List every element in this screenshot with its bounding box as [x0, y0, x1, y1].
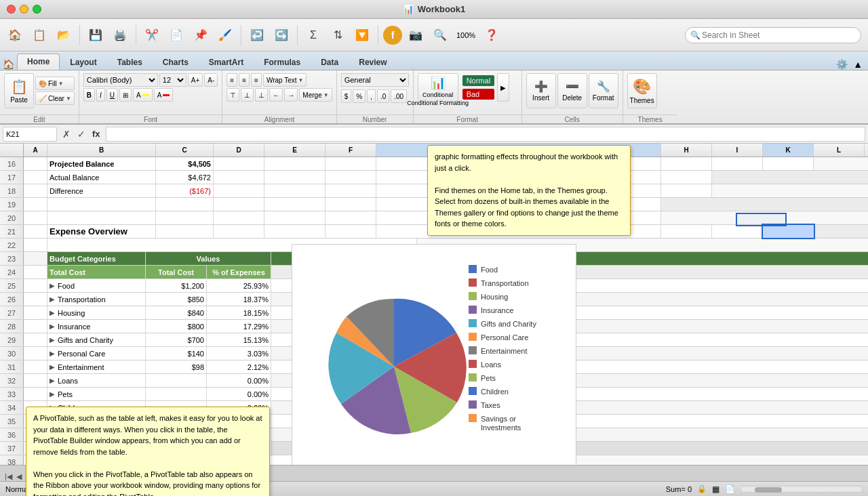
cell-C25[interactable]: $1,200 — [146, 279, 207, 292]
cell-A18[interactable] — [24, 184, 47, 197]
font-size-select[interactable]: 12 — [159, 73, 186, 87]
col-header-K[interactable]: K — [763, 144, 814, 157]
cell-B31[interactable]: ▶Entertainment — [47, 360, 146, 373]
wrap-text-btn[interactable]: Wrap Text ▼ — [263, 73, 307, 87]
cell-A33[interactable] — [24, 388, 47, 400]
cell-D16[interactable] — [214, 157, 264, 170]
borders-btn[interactable]: ⊞ — [119, 88, 132, 102]
cell-C21[interactable] — [156, 225, 214, 238]
horizontal-scrollbar[interactable] — [741, 486, 863, 493]
cell-A31[interactable] — [24, 360, 47, 373]
cell-K21[interactable] — [763, 225, 814, 238]
cell-B19[interactable] — [47, 198, 156, 211]
page-layout-btn[interactable]: 📄 — [725, 484, 735, 494]
cell-C16[interactable]: $4,505 — [156, 157, 214, 170]
italic-button[interactable]: I — [96, 88, 105, 102]
cell-D19[interactable] — [214, 198, 264, 211]
cell-F19[interactable] — [326, 198, 376, 211]
cell-A17[interactable] — [24, 171, 47, 184]
cell-A26[interactable] — [24, 293, 47, 306]
redo-btn[interactable]: ↪️ — [271, 24, 292, 46]
print-btn[interactable]: 🖨️ — [109, 24, 131, 46]
cell-B29[interactable]: ▶Gifts and Charity — [47, 333, 146, 346]
close-button[interactable] — [7, 5, 16, 14]
col-header-C[interactable]: C — [156, 144, 214, 157]
delete-button[interactable]: ➖ Delete — [557, 73, 587, 108]
paste-toolbar-btn[interactable]: 📌 — [190, 24, 212, 46]
tab-smartart[interactable]: SmartArt — [199, 54, 254, 70]
valign-bot-btn[interactable]: ⊥ — [255, 88, 268, 102]
cell-C18[interactable]: ($167) — [156, 184, 214, 197]
undo-btn[interactable]: ↩️ — [246, 24, 268, 46]
cell-E19[interactable] — [264, 198, 326, 211]
cell-D28[interactable]: 17.29% — [207, 320, 271, 333]
cell-A32[interactable] — [24, 374, 47, 387]
dec-decrease-btn[interactable]: .00 — [391, 89, 407, 103]
cell-B26[interactable]: ▶Transportation — [47, 293, 146, 306]
cell-H21[interactable] — [661, 225, 712, 238]
cell-A20[interactable] — [24, 211, 47, 224]
font-color-btn[interactable]: A — [154, 88, 174, 102]
cell-B18[interactable]: Difference — [47, 184, 156, 197]
save-button[interactable]: 💾 — [85, 24, 106, 46]
comma-btn[interactable]: , — [367, 89, 376, 103]
cell-C28[interactable]: $800 — [146, 320, 207, 333]
cell-E20[interactable] — [264, 211, 326, 224]
cell-A16[interactable] — [24, 157, 47, 170]
col-header-D[interactable]: D — [214, 144, 264, 157]
cell-C17[interactable]: $4,672 — [156, 171, 214, 184]
search-input[interactable] — [685, 27, 861, 43]
format-expand-btn[interactable]: ▶ — [497, 73, 509, 102]
cell-A30[interactable] — [24, 347, 47, 360]
cell-A24[interactable] — [24, 266, 47, 278]
cell-E17[interactable] — [264, 171, 326, 184]
cell-I16[interactable] — [712, 157, 763, 170]
cell-B24[interactable]: Total Cost — [47, 266, 146, 278]
cell-A22[interactable] — [24, 239, 47, 251]
cell-B30[interactable]: ▶Personal Care — [47, 347, 146, 360]
open-btn[interactable]: 📂 — [53, 24, 75, 46]
cell-F21[interactable] — [326, 225, 376, 238]
cell-D27[interactable]: 18.15% — [207, 306, 271, 319]
normal-view-btn[interactable]: ▦ — [712, 484, 719, 494]
cell-B20[interactable] — [47, 211, 156, 224]
cell-C20[interactable] — [156, 211, 214, 224]
bold-button[interactable]: B — [83, 88, 95, 102]
align-right-btn[interactable]: ≡ — [251, 73, 262, 87]
cell-A29[interactable] — [24, 333, 47, 346]
format-painter-btn[interactable]: 🖌️ — [214, 24, 236, 46]
cell-D17[interactable] — [214, 171, 264, 184]
cell-A23[interactable] — [24, 252, 47, 265]
cell-C19[interactable] — [156, 198, 214, 211]
cell-B25[interactable]: ▶Food — [47, 279, 146, 292]
indent-inc-btn[interactable]: → — [284, 88, 298, 102]
autosum-btn[interactable]: Σ — [302, 24, 324, 46]
increase-font-btn[interactable]: A+ — [188, 73, 203, 87]
zoom-btn[interactable]: 🔍 — [429, 24, 451, 46]
tab-data[interactable]: Data — [311, 54, 349, 70]
themes-button[interactable]: 🎨 Themes — [627, 73, 657, 108]
copy-btn[interactable]: 📄 — [165, 24, 187, 46]
fill-button[interactable]: 🎨 Fill ▼ — [35, 77, 75, 90]
ribbon-expand-icon[interactable]: ▲ — [850, 59, 865, 70]
cell-D30[interactable]: 3.03% — [207, 347, 271, 360]
cell-B23[interactable]: Budget Categories — [47, 252, 146, 265]
col-header-A[interactable]: A — [24, 144, 47, 157]
cell-A21[interactable] — [24, 225, 47, 238]
cell-C32[interactable] — [146, 374, 207, 387]
percent-btn[interactable]: % — [353, 89, 366, 103]
cell-reference-box[interactable]: K21 — [3, 127, 57, 142]
conditional-formatting-btn[interactable]: 📊 Conditional Conditional Formatting — [418, 73, 458, 102]
tab-formulas[interactable]: Formulas — [254, 54, 311, 70]
cell-F18[interactable] — [326, 184, 376, 197]
window-controls[interactable] — [7, 5, 41, 14]
tab-home[interactable]: Home — [17, 54, 60, 70]
col-header-B[interactable]: B — [47, 144, 156, 157]
indent-dec-btn[interactable]: ← — [269, 88, 283, 102]
align-center-btn[interactable]: ≡ — [239, 73, 250, 87]
ribbon-settings-icon[interactable]: ⚙️ — [833, 59, 850, 70]
merge-btn[interactable]: Merge ▼ — [299, 88, 332, 102]
decrease-font-btn[interactable]: A- — [204, 73, 218, 87]
cell-H18[interactable] — [661, 184, 712, 197]
cell-E16[interactable] — [264, 157, 326, 170]
